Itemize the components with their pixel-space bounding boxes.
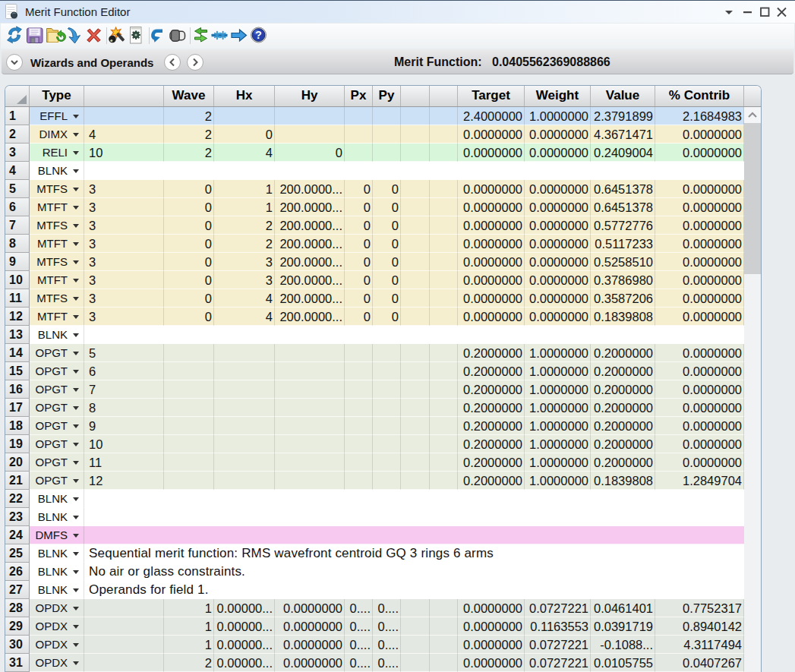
- svg-text:?: ?: [255, 29, 262, 41]
